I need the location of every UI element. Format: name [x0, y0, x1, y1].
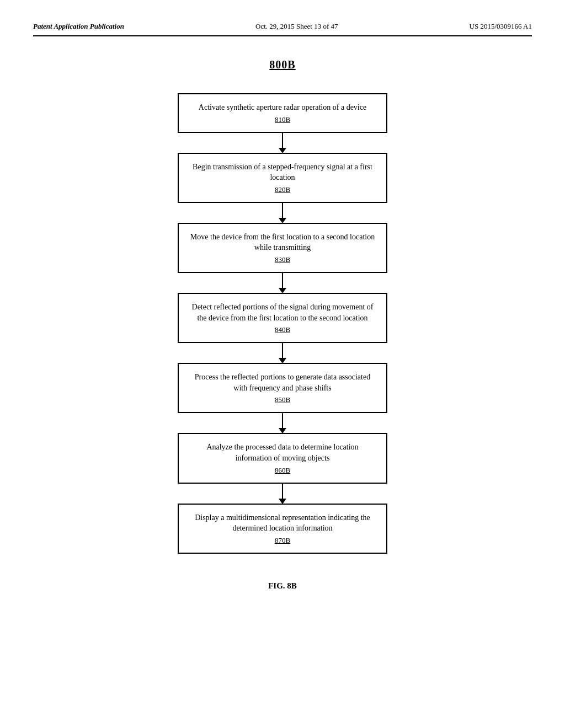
- flow-box-label-step7: 870B: [190, 536, 375, 545]
- flow-box-text-step6: Analyze the processed data to determine …: [190, 442, 375, 463]
- arrow-6: [282, 484, 283, 504]
- flow-box-label-step4: 840B: [190, 325, 375, 334]
- arrow-3: [282, 273, 283, 293]
- header-right: US 2015/0309166 A1: [470, 22, 532, 31]
- flow-box-text-step1: Activate synthetic aperture radar operat…: [190, 102, 375, 113]
- flow-box-text-step2: Begin transmission of a stepped-frequenc…: [190, 162, 375, 183]
- figure-caption: FIG. 8B: [33, 581, 532, 591]
- flow-box-text-step3: Move the device from the first location …: [190, 232, 375, 253]
- flow-box-text-step4: Detect reflected portions of the signal …: [190, 302, 375, 323]
- flow-box-step4: Detect reflected portions of the signal …: [178, 293, 387, 343]
- flow-box-text-step7: Display a multidimensional representatio…: [190, 512, 375, 534]
- flow-box-label-step6: 860B: [190, 466, 375, 475]
- arrow-1: [282, 133, 283, 153]
- arrow-2: [282, 203, 283, 223]
- page-header: Patent Application Publication Oct. 29, …: [33, 22, 532, 36]
- flow-box-step5: Process the reflected portions to genera…: [178, 363, 387, 413]
- flow-box-label-step5: 850B: [190, 395, 375, 404]
- flow-box-step2: Begin transmission of a stepped-frequenc…: [178, 153, 387, 203]
- arrow-4: [282, 343, 283, 363]
- patent-page: Patent Application Publication Oct. 29, …: [0, 0, 565, 728]
- flow-box-step3: Move the device from the first location …: [178, 223, 387, 273]
- flow-box-label-step2: 820B: [190, 185, 375, 194]
- flow-box-text-step5: Process the reflected portions to genera…: [190, 372, 375, 393]
- flow-box-step7: Display a multidimensional representatio…: [178, 504, 387, 554]
- flowchart: Activate synthetic aperture radar operat…: [33, 93, 532, 554]
- flow-box-step6: Analyze the processed data to determine …: [178, 433, 387, 483]
- header-left: Patent Application Publication: [33, 22, 124, 31]
- figure-title: 800B: [33, 58, 532, 71]
- flow-box-label-step1: 810B: [190, 115, 375, 124]
- flow-box-step1: Activate synthetic aperture radar operat…: [178, 93, 387, 133]
- flow-box-label-step3: 830B: [190, 255, 375, 264]
- arrow-5: [282, 413, 283, 433]
- header-center: Oct. 29, 2015 Sheet 13 of 47: [255, 22, 338, 31]
